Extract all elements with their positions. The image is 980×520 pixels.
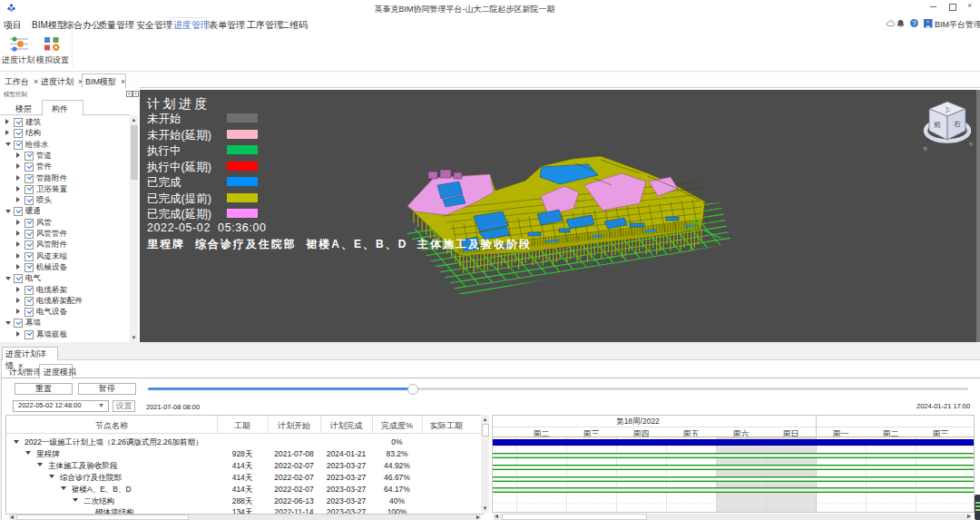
svg-text:前: 前: [934, 121, 941, 129]
svg-text:东: 东: [967, 140, 975, 147]
svg-text:右: 右: [954, 120, 961, 128]
svg-text:南: 南: [922, 145, 929, 152]
svg-text:?: ?: [912, 19, 916, 27]
